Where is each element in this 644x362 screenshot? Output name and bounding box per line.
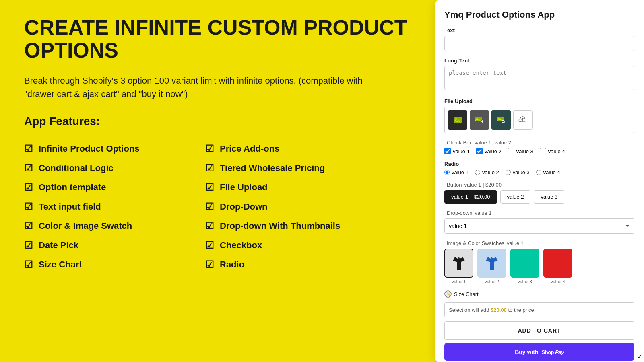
upload-icon-photo[interactable] bbox=[448, 110, 467, 130]
radio-4[interactable] bbox=[536, 170, 541, 175]
check-icon: ☑ bbox=[205, 182, 214, 193]
price-amount: $20.00 bbox=[491, 307, 507, 313]
long-text-input[interactable] bbox=[444, 66, 634, 90]
checkbox-2[interactable] bbox=[476, 148, 483, 154]
text-input[interactable] bbox=[444, 36, 634, 51]
feature-item: ☑ Text input field bbox=[24, 197, 205, 216]
checkbox-label-2: value 2 bbox=[485, 148, 502, 154]
feature-label: Option template bbox=[39, 182, 106, 193]
shop-pay-button[interactable]: Buy with Shop Pay bbox=[444, 343, 634, 361]
radio-item-2[interactable]: value 2 bbox=[475, 169, 499, 175]
swatches-label: Image & Color Swatchesvalue 1 bbox=[444, 240, 634, 246]
feature-item: ☑ Size Chart bbox=[24, 255, 205, 274]
check-icon: ☑ bbox=[205, 201, 214, 212]
upload-icon-search-photo[interactable] bbox=[491, 110, 511, 130]
main-content: CREATE INFINITE CUSTOM PRODUCTOPTIONS Br… bbox=[0, 0, 435, 362]
checkbox-item-2[interactable]: value 2 bbox=[476, 148, 502, 154]
radio-2[interactable] bbox=[475, 170, 480, 175]
swatch-box-3[interactable] bbox=[510, 249, 539, 278]
features-column-right: ☑ Price Add-ons ☑ Tiered Wholesale Prici… bbox=[205, 139, 386, 274]
feature-item: ☑ Conditional Logic bbox=[24, 158, 205, 178]
check-icon: ☑ bbox=[205, 259, 214, 270]
swatches-grid: ✓ value 1 value 2 value 3 bbox=[444, 249, 634, 284]
feature-item: ☑ Checkbox bbox=[205, 236, 386, 255]
swatch-box-1[interactable]: ✓ bbox=[444, 249, 473, 278]
checkbox-label-3: value 3 bbox=[516, 148, 533, 154]
file-upload-section: File Upload bbox=[444, 98, 634, 133]
checkbox-4[interactable] bbox=[540, 148, 546, 154]
size-chart-icon: 📏 bbox=[444, 290, 452, 298]
button-group: value 1 + $20.00 value 2 value 3 bbox=[444, 190, 634, 204]
feature-item: ☑ Price Add-ons bbox=[205, 139, 386, 158]
button-option-1[interactable]: value 1 + $20.00 bbox=[444, 190, 497, 204]
swatch-item-4[interactable]: value 4 bbox=[543, 249, 572, 284]
checkbox-item-3[interactable]: value 3 bbox=[508, 148, 533, 154]
swatch-label-1: value 1 bbox=[452, 279, 466, 284]
feature-label: File Upload bbox=[220, 182, 268, 193]
feature-label: Color & Image Swatch bbox=[39, 221, 132, 231]
radio-group: value 1 value 2 value 3 value 4 bbox=[444, 169, 634, 175]
checkbox-3[interactable] bbox=[508, 148, 514, 154]
dropdown-section: Drop-downvalue 1 value 1 value 2 value 3 bbox=[444, 210, 634, 234]
size-chart-link[interactable]: 📏 Size Chart bbox=[444, 290, 634, 298]
button-option-3[interactable]: value 3 bbox=[534, 190, 564, 204]
feature-item: ☑ Drop-Down bbox=[205, 197, 386, 216]
check-icon: ☑ bbox=[205, 240, 214, 251]
features-heading: App Features: bbox=[24, 115, 411, 128]
feature-label: Conditional Logic bbox=[39, 163, 114, 173]
feature-label: Infinite Product Options bbox=[39, 144, 140, 154]
feature-label: Tiered Wholesale Pricing bbox=[220, 163, 325, 173]
check-icon: ☑ bbox=[24, 220, 33, 232]
swatch-label-4: value 4 bbox=[551, 279, 565, 284]
checkbox-item-4[interactable]: value 4 bbox=[540, 148, 565, 154]
panel-title: Ymq Product Options App bbox=[444, 10, 634, 20]
upload-icon-cloud[interactable] bbox=[513, 110, 533, 130]
check-icon: ☑ bbox=[24, 259, 33, 270]
feature-label: Drop-down With Thumbnails bbox=[220, 221, 340, 231]
button-option-2[interactable]: value 2 bbox=[500, 190, 531, 204]
upload-icon-gear-photo[interactable] bbox=[470, 110, 489, 130]
price-suffix: to the price bbox=[508, 307, 534, 313]
size-chart-label: Size Chart bbox=[454, 291, 479, 297]
checkbox-label-1: value 1 bbox=[453, 148, 470, 154]
page-title: CREATE INFINITE CUSTOM PRODUCTOPTIONS bbox=[24, 16, 411, 62]
svg-text:📏: 📏 bbox=[446, 292, 451, 297]
price-info-box: Selection will add $20.00 to the price bbox=[444, 302, 634, 317]
check-icon: ☑ bbox=[24, 162, 33, 174]
checkbox-label: Check Boxvalue 1, value 2 bbox=[444, 140, 634, 146]
long-text-field-label: Long Text bbox=[444, 58, 634, 64]
radio-item-3[interactable]: value 3 bbox=[506, 169, 530, 175]
radio-label-4: value 4 bbox=[543, 169, 560, 175]
checkbox-item-1[interactable]: value 1 bbox=[444, 148, 470, 154]
sidebar-panel: Ymq Product Options App Text Long Text F… bbox=[435, 0, 644, 362]
svg-rect-0 bbox=[454, 117, 462, 123]
swatch-box-2[interactable] bbox=[477, 249, 506, 278]
swatch-box-4[interactable] bbox=[543, 249, 572, 278]
radio-label-2: value 2 bbox=[482, 169, 499, 175]
feature-item: ☑ Option template bbox=[24, 178, 205, 197]
feature-label: Checkbox bbox=[220, 240, 262, 251]
check-icon: ☑ bbox=[24, 143, 33, 154]
radio-3[interactable] bbox=[506, 170, 511, 175]
shop-pay-logo: Shop Pay bbox=[542, 349, 564, 355]
checkbox-1[interactable] bbox=[444, 148, 451, 154]
radio-item-4[interactable]: value 4 bbox=[536, 169, 560, 175]
add-to-cart-button[interactable]: ADD TO CART bbox=[444, 321, 634, 340]
svg-line-8 bbox=[504, 123, 505, 123]
swatch-item-2[interactable]: value 2 bbox=[477, 249, 506, 284]
feature-item: ☑ Tiered Wholesale Pricing bbox=[205, 158, 386, 178]
dropdown-select[interactable]: value 1 value 2 value 3 bbox=[444, 218, 634, 234]
button-options-label: Buttonvalue 1 | $20.00 bbox=[444, 182, 634, 188]
radio-label-3: value 3 bbox=[513, 169, 530, 175]
swatch-item-3[interactable]: value 3 bbox=[510, 249, 539, 284]
file-upload-label: File Upload bbox=[444, 98, 634, 104]
buy-with-label: Buy with bbox=[515, 349, 538, 355]
swatch-item-1[interactable]: ✓ value 1 bbox=[444, 249, 473, 284]
radio-section: Radio value 1 value 2 value 3 value 4 bbox=[444, 161, 634, 175]
features-grid: ☑ Infinite Product Options ☑ Conditional… bbox=[24, 139, 386, 274]
radio-item-1[interactable]: value 1 bbox=[444, 169, 469, 175]
checkbox-group: value 1 value 2 value 3 value 4 bbox=[444, 148, 634, 154]
feature-label: Price Add-ons bbox=[220, 144, 279, 154]
radio-1[interactable] bbox=[444, 170, 450, 175]
check-icon: ☑ bbox=[205, 162, 214, 174]
